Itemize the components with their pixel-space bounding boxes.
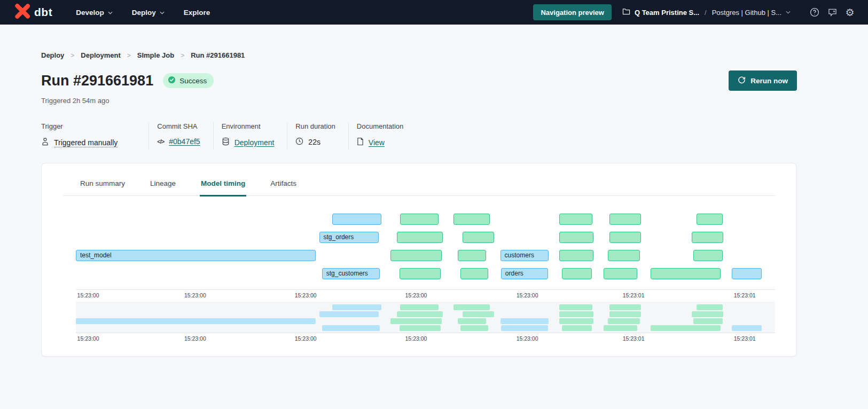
navigation-preview-button[interactable]: Navigation preview <box>533 4 611 20</box>
minimap-row <box>76 304 775 311</box>
test-bar[interactable] <box>608 250 640 261</box>
stg_customers-model-bar[interactable]: stg_customers <box>322 268 380 279</box>
test-bar[interactable] <box>697 214 722 225</box>
project-name: Postgres | Github | S... <box>712 9 781 17</box>
gantt-row: test_modelcustomers <box>76 247 775 265</box>
test-bar[interactable] <box>693 250 723 261</box>
gantt-range-slider[interactable] <box>76 302 775 333</box>
test-bar <box>458 318 487 324</box>
test-bar[interactable] <box>400 268 441 279</box>
test-bar[interactable] <box>609 214 641 225</box>
folder-icon <box>622 8 630 17</box>
dbt-logo[interactable]: dbt <box>14 3 52 22</box>
model-bar[interactable] <box>732 268 762 279</box>
tab-lineage[interactable]: Lineage <box>149 176 177 196</box>
nav-develop[interactable]: Develop <box>76 9 113 17</box>
test-bar <box>559 304 593 310</box>
test-bar[interactable] <box>397 232 443 243</box>
test-bar[interactable] <box>453 214 490 225</box>
meta-duration-value: 22s <box>308 138 320 146</box>
refresh-icon <box>738 76 746 85</box>
meta-trigger-value[interactable]: Triggered manually <box>54 138 118 147</box>
gear-icon[interactable]: ⚙ <box>843 6 856 19</box>
documentation-view-link[interactable]: View <box>369 138 385 147</box>
test-bar[interactable] <box>559 232 593 243</box>
axis-tick-label: 15:23:00 <box>295 292 317 298</box>
range-slider-time-axis: 15:23:0015:23:0015:23:0015:23:0015:23:00… <box>76 333 775 342</box>
rerun-now-button[interactable]: Rerun now <box>729 70 797 91</box>
tab-run-summary[interactable]: Run summary <box>79 176 126 196</box>
test_model-model-bar[interactable]: test_model <box>76 250 316 261</box>
breadcrumb-deployment[interactable]: Deployment <box>81 51 120 59</box>
breadcrumb-deploy[interactable]: Deploy <box>41 51 64 59</box>
page-title: Run #291661981 <box>41 73 153 89</box>
breadcrumb-separator: > <box>127 52 131 59</box>
model-bar[interactable] <box>332 214 381 225</box>
axis-tick-label: 15:23:00 <box>77 292 99 298</box>
status-badge: Success <box>163 73 214 88</box>
rerun-now-label: Rerun now <box>750 77 788 85</box>
test-bar <box>604 325 637 331</box>
axis-tick-label: 15:23:01 <box>623 292 645 298</box>
test-bar[interactable] <box>390 250 442 261</box>
meta-environment: Environment Deployment <box>213 122 287 150</box>
account-separator: / <box>705 9 707 17</box>
environment-link[interactable]: Deployment <box>234 138 275 147</box>
breadcrumb-job[interactable]: SImple Job <box>137 51 174 59</box>
meta-documentation: Documentation View <box>348 122 416 150</box>
meta-trigger-label: Trigger <box>41 122 118 130</box>
triggered-ago-text: Triggered 2h 54m ago <box>41 97 797 105</box>
tab-artifacts[interactable]: Artifacts <box>269 176 298 196</box>
test-bar[interactable] <box>692 232 723 243</box>
gantt-plot-area[interactable]: stg_orderstest_modelcustomersstg_custome… <box>76 203 775 289</box>
meta-commit-sha: Commit SHA </> #0b47ef5 <box>148 122 213 150</box>
commit-sha-link[interactable]: #0b47ef5 <box>169 137 200 146</box>
customers-model-bar[interactable]: customers <box>501 250 549 261</box>
breadcrumb-separator: > <box>71 52 74 59</box>
run-metadata-row: Trigger Triggered manually Commit SHA </… <box>41 122 797 150</box>
test-bar[interactable] <box>559 214 593 225</box>
test-bar[interactable] <box>463 232 494 243</box>
minimap-row <box>76 325 775 332</box>
account-project-switcher[interactable]: Q Team Pristine S... / Postgres | Github… <box>622 8 791 17</box>
test-bar[interactable] <box>400 214 439 225</box>
minimap-row <box>76 318 775 325</box>
breadcrumb: Deploy > Deployment > SImple Job > Run #… <box>41 51 797 59</box>
stg_orders-model-bar[interactable]: stg_orders <box>319 232 379 243</box>
meta-run-duration: Run duration 22s <box>287 122 348 150</box>
test-bar[interactable] <box>458 250 487 261</box>
account-name: Q Team Pristine S... <box>635 9 699 17</box>
axis-tick-label: 15:23:00 <box>405 335 427 342</box>
orders-model-bar[interactable]: orders <box>501 268 548 279</box>
test-bar <box>608 318 640 324</box>
nav-develop-label: Develop <box>76 9 104 17</box>
axis-tick-label: 15:23:00 <box>184 335 206 342</box>
test-bar <box>400 304 439 310</box>
chevron-down-icon <box>786 11 791 14</box>
test-bar[interactable] <box>562 268 592 279</box>
nav-explore[interactable]: Explore <box>184 9 210 17</box>
test-bar[interactable] <box>559 250 593 261</box>
feedback-icon[interactable] <box>826 6 839 19</box>
dbt-logo-text: dbt <box>34 6 52 19</box>
test-bar <box>609 311 641 317</box>
orders-model-bar <box>501 325 548 331</box>
breadcrumb-run[interactable]: Run #291661981 <box>191 51 245 59</box>
customers-model-bar <box>501 318 549 324</box>
test-bar[interactable] <box>609 232 641 243</box>
test-bar[interactable] <box>460 268 488 279</box>
test-bar[interactable] <box>651 268 721 279</box>
test-bar <box>390 318 442 324</box>
gantt-row: stg_orders <box>76 229 775 247</box>
meta-trigger: Trigger Triggered manually <box>41 122 148 150</box>
test-bar[interactable] <box>604 268 637 279</box>
test-bar <box>609 304 641 310</box>
help-icon[interactable] <box>808 6 821 19</box>
nav-deploy[interactable]: Deploy <box>132 9 165 17</box>
test-bar <box>562 325 592 331</box>
meta-commit-label: Commit SHA <box>157 122 200 130</box>
test-bar <box>697 304 722 310</box>
tab-model-timing[interactable]: Model timing <box>200 176 246 196</box>
stg_customers-model-bar <box>322 325 380 331</box>
chevron-down-icon <box>160 11 165 14</box>
